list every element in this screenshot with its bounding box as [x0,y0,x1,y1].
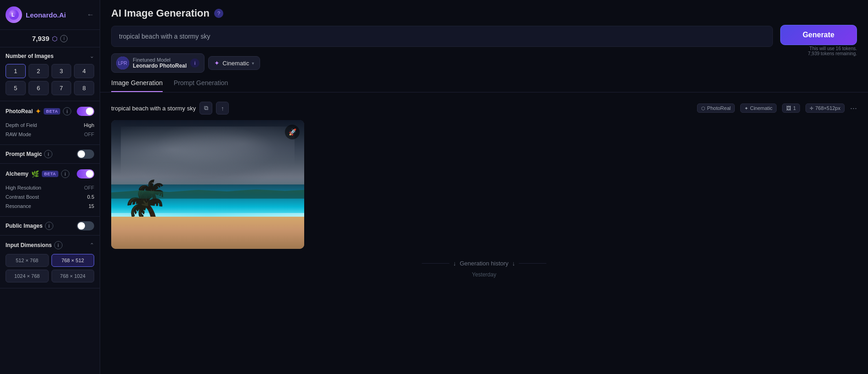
logo: L Leonardo.Ai [6,6,66,23]
num-btn-5[interactable]: 5 [6,81,26,95]
photoreal-badge: BETA [44,108,60,115]
toolbar-row: LPR Finetuned Model Leonardo PhotoReal i… [111,53,773,73]
generation-history: ↓ Generation history ↓ Yesterday [111,251,857,282]
tab-image-generation[interactable]: Image Generation [111,79,163,92]
input-dimensions-header: Input Dimensions i ⌃ [6,241,94,249]
toolbar-left: LPR Finetuned Model Leonardo PhotoReal i… [111,53,260,73]
alchemy-header: Alchemy 🌿 BETA i [6,169,94,178]
alchemy-info-icon[interactable]: i [61,170,69,178]
model-info-icon[interactable]: i [190,58,199,68]
main-content: AI Image Generation ? tropical beach wit… [100,0,868,374]
photoreal-label: PhotoReal [6,108,33,115]
meta-count-label: 1 [793,105,796,111]
image-action-button[interactable]: 🚀 [285,125,300,139]
depth-of-field-row: Depth of Field High [6,121,94,130]
high-resolution-row: High Resolution OFF [6,183,94,192]
photoreal-toggle[interactable] [77,107,94,116]
brand-name-plain: Leonardo [26,11,57,19]
meta-dimensions-label: 768×512px [815,105,840,111]
dim-1024x768[interactable]: 1024 × 768 [6,270,49,282]
num-btn-4[interactable]: 4 [74,64,94,78]
token-remaining-info: 7,939 tokens remaining. [808,51,857,56]
meta-style-label: Cinematic [750,105,772,111]
svg-text:LPR: LPR [118,61,127,66]
alchemy-label: Alchemy [6,171,28,177]
generated-image[interactable]: 🌴 🌴 [111,120,304,249]
meta-dimensions-icon: ✛ [810,106,813,111]
num-btn-1[interactable]: 1 [6,64,26,78]
dimension-grid: 512 × 768 768 × 512 1024 × 768 768 × 102… [6,254,94,282]
brand-name-accent: .Ai [57,11,66,19]
high-resolution-value: OFF [84,185,94,190]
history-label-main: Generation history [460,260,508,267]
generate-area: Generate This will use 16 tokens. 7,939 … [780,7,857,56]
meta-style-chip: ✦ Cinematic [740,104,777,113]
more-options-button[interactable]: ··· [850,104,857,113]
meta-count-chip: 🖼 1 [782,104,800,113]
resonance-value: 15 [89,203,94,209]
photoreal-info-icon[interactable]: i [63,107,71,115]
generate-button[interactable]: Generate [780,25,857,45]
input-dimensions-chevron[interactable]: ⌃ [90,242,94,248]
public-images-section: Public Images i [0,217,100,236]
num-btn-2[interactable]: 2 [28,64,49,78]
num-btn-3[interactable]: 3 [51,64,72,78]
history-label: ↓ Generation history ↓ [111,260,857,267]
resonance-row: Resonance 15 [6,201,94,211]
token-usage-info: This will use 16 tokens. [808,46,857,51]
model-name: Leonardo PhotoReal [133,63,187,69]
credits-icon: ⬡ [52,35,57,42]
depth-of-field-label: Depth of Field [6,122,37,128]
alchemy-toggle[interactable] [77,169,94,178]
svg-text:L: L [11,12,15,17]
prompt-magic-row: Prompt Magic i [6,150,94,159]
page-title-help-icon[interactable]: ? [214,9,223,18]
public-images-info-icon[interactable]: i [45,222,53,230]
meta-dimensions-chip: ✛ 768×512px [806,104,845,113]
back-button[interactable]: ← [87,11,94,19]
prompt-input[interactable]: tropical beach with a stormy sky [111,26,773,47]
num-images-grid: 1 2 3 4 5 6 7 8 [6,64,94,95]
alchemy-title: Alchemy 🌿 BETA i [6,170,69,178]
dim-768x512[interactable]: 768 × 512 [51,254,95,267]
dim-512x768[interactable]: 512 × 768 [6,254,49,267]
alchemy-badge: BETA [42,171,58,177]
prompt-text: tropical beach with a stormy sky [119,33,210,40]
page-title: AI Image Generation [111,7,210,19]
page-title-row: AI Image Generation ? [111,7,773,19]
public-images-label: Public Images [6,223,43,229]
num-btn-8[interactable]: 8 [74,81,94,95]
upload-prompt-button[interactable]: ↑ [216,102,229,115]
history-label-text2: ↓ [512,260,516,267]
style-selector[interactable]: ✦ Cinematic ▾ [208,56,260,70]
public-images-toggle[interactable] [77,221,94,230]
meta-count-icon: 🖼 [786,105,791,111]
sidebar: L Leonardo.Ai ← 7,939 ⬡ i Number of Imag… [0,0,100,374]
high-resolution-label: High Resolution [6,185,41,190]
depth-of-field-value: High [84,122,94,128]
tab-prompt-generation[interactable]: Prompt Generation [174,79,228,92]
copy-prompt-button[interactable]: ⧉ [199,102,212,115]
prompt-magic-info-icon[interactable]: i [44,150,52,158]
input-dimensions-section: Input Dimensions i ⌃ 512 × 768 768 × 512… [0,236,100,288]
num-images-section: Number of Images ⌄ 1 2 3 4 5 6 7 8 [0,47,100,101]
style-chevron-icon: ▾ [252,61,254,66]
prompt-magic-section: Prompt Magic i [0,145,100,164]
rocket-icon: 🚀 [289,128,296,136]
meta-style-icon: ✦ [744,106,748,111]
contrast-boost-value: 0.5 [87,194,94,200]
credits-info-icon[interactable]: i [60,35,68,42]
num-btn-6[interactable]: 6 [28,81,49,95]
num-btn-7[interactable]: 7 [51,81,72,95]
num-images-chevron[interactable]: ⌄ [90,53,94,59]
input-dimensions-info-icon[interactable]: i [54,241,62,249]
public-images-title: Public Images i [6,222,53,230]
raw-mode-value: OFF [84,132,94,137]
dim-768x1024[interactable]: 768 × 1024 [51,270,95,282]
prompt-magic-toggle[interactable] [77,150,94,159]
upload-icon: ↑ [221,105,224,112]
resonance-label: Resonance [6,203,31,209]
meta-model-icon: ⬡ [701,106,705,111]
model-selector[interactable]: LPR Finetuned Model Leonardo PhotoReal i [111,53,204,73]
prompt-magic-label: Prompt Magic [6,151,42,157]
